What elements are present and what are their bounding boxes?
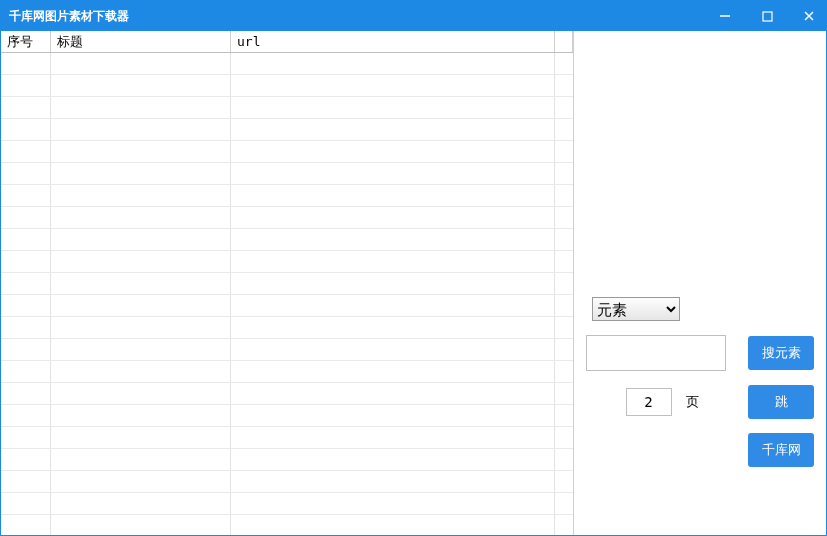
cell-title — [51, 119, 231, 140]
cell-url — [231, 75, 555, 96]
titlebar[interactable]: 千库网图片素材下载器 — [1, 1, 826, 31]
category-select[interactable]: 元素 — [592, 297, 680, 321]
table-row[interactable] — [1, 361, 573, 383]
sidebar-bottom-space — [586, 471, 814, 523]
cell-index — [1, 295, 51, 316]
table-row[interactable] — [1, 493, 573, 515]
jump-button[interactable]: 跳 — [748, 385, 814, 419]
window-controls — [716, 7, 818, 25]
cell-title — [51, 185, 231, 206]
cell-url — [231, 207, 555, 228]
cell-url — [231, 339, 555, 360]
table-row[interactable] — [1, 339, 573, 361]
page-input[interactable] — [626, 388, 672, 416]
cell-url — [231, 361, 555, 382]
table-row[interactable] — [1, 515, 573, 535]
table-row[interactable] — [1, 119, 573, 141]
cell-spacer — [555, 493, 573, 514]
table-row[interactable] — [1, 317, 573, 339]
cell-spacer — [555, 53, 573, 74]
table-row[interactable] — [1, 53, 573, 75]
cell-spacer — [555, 317, 573, 338]
table-row[interactable] — [1, 163, 573, 185]
table-header: 序号 标题 url — [1, 31, 573, 53]
minimize-button[interactable] — [716, 7, 734, 25]
cell-url — [231, 515, 555, 535]
cell-index — [1, 251, 51, 272]
table-row[interactable] — [1, 251, 573, 273]
minimize-icon — [719, 10, 731, 22]
cell-title — [51, 53, 231, 74]
search-button[interactable]: 搜元素 — [748, 336, 814, 370]
table-body[interactable] — [1, 53, 573, 535]
cell-title — [51, 427, 231, 448]
cell-spacer — [555, 141, 573, 162]
cell-title — [51, 405, 231, 426]
cell-url — [231, 229, 555, 250]
cell-title — [51, 471, 231, 492]
cell-index — [1, 207, 51, 228]
cell-title — [51, 361, 231, 382]
header-index[interactable]: 序号 — [1, 31, 51, 52]
cell-url — [231, 141, 555, 162]
cell-index — [1, 97, 51, 118]
sidebar-panel: 元素 搜元素 页 跳 千库网 — [574, 31, 826, 535]
cell-url — [231, 493, 555, 514]
category-row: 元素 — [586, 297, 814, 321]
cell-index — [1, 427, 51, 448]
cell-title — [51, 317, 231, 338]
cell-title — [51, 229, 231, 250]
site-button[interactable]: 千库网 — [748, 433, 814, 467]
table-row[interactable] — [1, 273, 573, 295]
cell-url — [231, 405, 555, 426]
cell-index — [1, 185, 51, 206]
search-input[interactable] — [586, 335, 726, 371]
cell-title — [51, 207, 231, 228]
cell-index — [1, 141, 51, 162]
cell-spacer — [555, 163, 573, 184]
table-row[interactable] — [1, 207, 573, 229]
cell-spacer — [555, 383, 573, 404]
cell-spacer — [555, 185, 573, 206]
cell-title — [51, 141, 231, 162]
cell-spacer — [555, 405, 573, 426]
table-row[interactable] — [1, 427, 573, 449]
table-row[interactable] — [1, 471, 573, 493]
cell-spacer — [555, 295, 573, 316]
cell-title — [51, 515, 231, 535]
sidebar-top-space — [586, 31, 814, 297]
cell-title — [51, 493, 231, 514]
header-title[interactable]: 标题 — [51, 31, 231, 52]
cell-index — [1, 471, 51, 492]
cell-url — [231, 427, 555, 448]
table-row[interactable] — [1, 185, 573, 207]
cell-index — [1, 383, 51, 404]
cell-title — [51, 75, 231, 96]
header-spacer — [555, 31, 573, 52]
cell-url — [231, 295, 555, 316]
cell-spacer — [555, 97, 573, 118]
cell-spacer — [555, 471, 573, 492]
maximize-button[interactable] — [758, 7, 776, 25]
table-row[interactable] — [1, 75, 573, 97]
page-row: 页 跳 — [586, 385, 814, 419]
table-row[interactable] — [1, 383, 573, 405]
cell-url — [231, 119, 555, 140]
cell-title — [51, 339, 231, 360]
table-row[interactable] — [1, 405, 573, 427]
cell-spacer — [555, 449, 573, 470]
cell-url — [231, 449, 555, 470]
cell-url — [231, 273, 555, 294]
table-row[interactable] — [1, 229, 573, 251]
search-row: 搜元素 — [586, 335, 814, 371]
table-row[interactable] — [1, 449, 573, 471]
cell-index — [1, 273, 51, 294]
close-button[interactable] — [800, 7, 818, 25]
app-window: 千库网图片素材下载器 序号 标题 url — [0, 0, 827, 536]
cell-url — [231, 97, 555, 118]
table-row[interactable] — [1, 97, 573, 119]
table-row[interactable] — [1, 141, 573, 163]
table-row[interactable] — [1, 295, 573, 317]
header-url[interactable]: url — [231, 31, 555, 52]
cell-url — [231, 185, 555, 206]
